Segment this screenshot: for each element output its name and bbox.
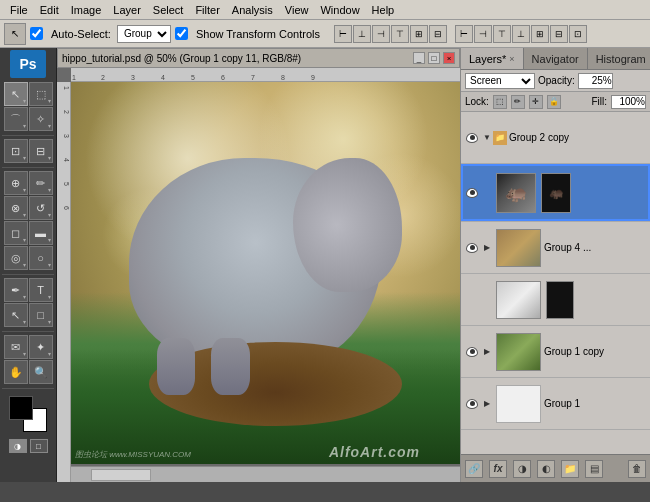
menubar-item-filter[interactable]: Filter <box>189 3 225 17</box>
distribute-6-icon[interactable]: ⊟ <box>550 25 568 43</box>
quick-mask-icon[interactable]: ◑ <box>9 439 27 453</box>
menubar-item-select[interactable]: Select <box>147 3 190 17</box>
menubar-item-window[interactable]: Window <box>314 3 365 17</box>
distribute-1-icon[interactable]: ⊢ <box>455 25 473 43</box>
doc-maximize-button[interactable]: □ <box>428 52 440 64</box>
gradient-tool[interactable]: ▬▾ <box>29 221 53 245</box>
foreground-color-swatch[interactable] <box>9 396 33 420</box>
crop-tool[interactable]: ⊡▾ <box>4 139 28 163</box>
layer-item-group2copy[interactable]: ▼ 📁 Group 2 copy <box>461 112 650 164</box>
scrollbar-thumb-h[interactable] <box>91 469 151 481</box>
slice-tool[interactable]: ⊟▾ <box>29 139 53 163</box>
doc-close-button[interactable]: × <box>443 52 455 64</box>
layer-visibility-group1copy[interactable] <box>463 326 481 378</box>
lock-position-icon[interactable]: ✛ <box>529 95 543 109</box>
layer-visibility-selected[interactable] <box>463 167 481 219</box>
lasso-tool[interactable]: ⌒▾ <box>4 107 28 131</box>
menubar-item-layer[interactable]: Layer <box>107 3 147 17</box>
spot-heal-tool[interactable]: ⊕▾ <box>4 171 28 195</box>
eraser-tool[interactable]: ◻▾ <box>4 221 28 245</box>
auto-select-checkbox[interactable] <box>30 27 43 40</box>
distribute-3-icon[interactable]: ⊤ <box>493 25 511 43</box>
blur-tool[interactable]: ◎▾ <box>4 246 28 270</box>
lock-image-icon[interactable]: ✏ <box>511 95 525 109</box>
pen-tool[interactable]: ✒▾ <box>4 278 28 302</box>
align-center-v-icon[interactable]: ⊥ <box>353 25 371 43</box>
fill-input[interactable] <box>611 95 646 109</box>
tab-layers[interactable]: Layers * × <box>461 48 524 69</box>
auto-select-dropdown[interactable]: Group Layer <box>117 25 171 43</box>
lock-pixels-icon[interactable]: ⬚ <box>493 95 507 109</box>
show-transform-checkbox[interactable] <box>175 27 188 40</box>
move-tool-icon[interactable]: ↖ <box>4 23 26 45</box>
layer-visibility-group2copy[interactable] <box>463 112 481 164</box>
hand-tool[interactable]: ✋ <box>4 360 28 384</box>
distribute-5-icon[interactable]: ⊞ <box>531 25 549 43</box>
path-select-tool[interactable]: ↖▾ <box>4 303 28 327</box>
layer-item-group1[interactable]: ▶ Group 1 <box>461 378 650 430</box>
distribute-7-icon[interactable]: ⊡ <box>569 25 587 43</box>
align-bottom-icon[interactable]: ⊟ <box>429 25 447 43</box>
expand-group1[interactable]: ▶ <box>481 399 493 408</box>
document-titlebar: hippo_tutorial.psd @ 50% (Group 1 copy 1… <box>57 48 460 68</box>
layer-thumb-group1 <box>496 385 541 423</box>
ps-logo: Ps <box>10 50 46 78</box>
new-group-button[interactable]: 📁 <box>561 460 579 478</box>
align-center-h-icon[interactable]: ⊞ <box>410 25 428 43</box>
lock-all-icon[interactable]: 🔒 <box>547 95 561 109</box>
distribute-2-icon[interactable]: ⊣ <box>474 25 492 43</box>
menubar-item-image[interactable]: Image <box>65 3 108 17</box>
tab-histogram[interactable]: Histogram <box>588 48 650 69</box>
layer-style-button[interactable]: fx <box>489 460 507 478</box>
history-brush[interactable]: ↺▾ <box>29 196 53 220</box>
layer-visibility-group4[interactable] <box>463 222 481 274</box>
shape-tool[interactable]: □▾ <box>29 303 53 327</box>
menubar-item-view[interactable]: View <box>279 3 315 17</box>
layer-item-group4[interactable]: ▶ Group 4 ... <box>461 222 650 274</box>
screen-mode-icon[interactable]: □ <box>30 439 48 453</box>
color-swatches[interactable] <box>9 396 47 432</box>
layer-visibility-group1[interactable] <box>463 378 481 430</box>
tab-navigator[interactable]: Navigator <box>524 48 588 69</box>
horizontal-scrollbar[interactable] <box>71 466 460 482</box>
layers-tab-star: * <box>502 53 506 65</box>
brush-tool[interactable]: ✏▾ <box>29 171 53 195</box>
zoom-tool[interactable]: 🔍 <box>29 360 53 384</box>
opacity-input[interactable] <box>578 73 613 89</box>
expand-group1copy[interactable]: ▶ <box>481 347 493 356</box>
move-tool[interactable]: ↖▾ <box>4 82 28 106</box>
doc-minimize-button[interactable]: _ <box>413 52 425 64</box>
layer-item-selected[interactable]: 🦛 🦛 <box>461 164 650 222</box>
eyedrop-tool[interactable]: ✦▾ <box>29 335 53 359</box>
expand-group4[interactable]: ▶ <box>481 243 493 252</box>
magic-wand-tool[interactable]: ✧▾ <box>29 107 53 131</box>
menubar-item-edit[interactable]: Edit <box>34 3 65 17</box>
layer-thumb-selected-main: 🦛 <box>496 173 536 213</box>
dodge-tool[interactable]: ○▾ <box>29 246 53 270</box>
menubar-item-file[interactable]: File <box>4 3 34 17</box>
image-canvas[interactable]: 图虫论坛 www.MISSYUAN.COM AlfoArt.com <box>71 82 460 464</box>
layer-mask-button[interactable]: ◑ <box>513 460 531 478</box>
delete-layer-button[interactable]: 🗑 <box>628 460 646 478</box>
type-tool[interactable]: T▾ <box>29 278 53 302</box>
align-top-icon[interactable]: ⊤ <box>391 25 409 43</box>
menubar-item-help[interactable]: Help <box>366 3 401 17</box>
layer-visibility-sub[interactable] <box>463 274 481 326</box>
show-transform-label: Show Transform Controls <box>194 28 322 40</box>
notes-tool[interactable]: ✉▾ <box>4 335 28 359</box>
clone-tool[interactable]: ⊗▾ <box>4 196 28 220</box>
selection-tool[interactable]: ⬚▾ <box>29 82 53 106</box>
layers-tab-close[interactable]: × <box>509 54 514 64</box>
adjustment-layer-button[interactable]: ◐ <box>537 460 555 478</box>
blend-mode-dropdown[interactable]: Screen Normal Multiply Overlay Soft Ligh… <box>465 73 535 89</box>
align-left-icon[interactable]: ⊢ <box>334 25 352 43</box>
distribute-4-icon[interactable]: ⊥ <box>512 25 530 43</box>
align-right-icon[interactable]: ⊣ <box>372 25 390 43</box>
layer-item-group1copy[interactable]: ▶ Group 1 copy <box>461 326 650 378</box>
expand-group2copy[interactable]: ▼ <box>481 133 493 142</box>
layer-name-group2copy: Group 2 copy <box>509 132 648 143</box>
layer-item-sub[interactable] <box>461 274 650 326</box>
menubar-item-analysis[interactable]: Analysis <box>226 3 279 17</box>
link-layers-button[interactable]: 🔗 <box>465 460 483 478</box>
new-layer-button[interactable]: ▤ <box>585 460 603 478</box>
